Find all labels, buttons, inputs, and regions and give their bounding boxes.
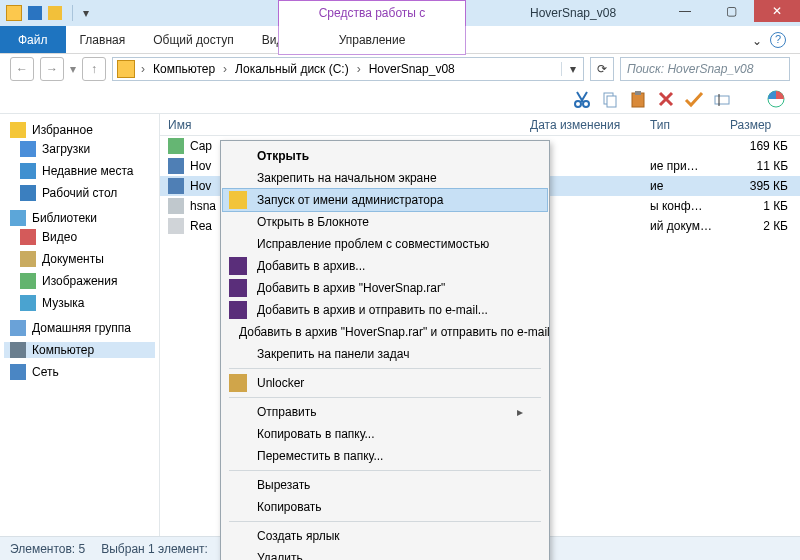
- star-icon: [10, 122, 26, 138]
- recent-icon: [20, 163, 36, 179]
- nav-computer[interactable]: Компьютер: [4, 342, 155, 358]
- status-count: Элементов: 5: [10, 542, 85, 556]
- app-file-icon: [168, 158, 184, 174]
- nav-homegroup[interactable]: Домашняя группа: [4, 320, 155, 336]
- nav-pictures[interactable]: Изображения: [4, 270, 155, 292]
- svg-rect-5: [635, 91, 641, 95]
- menu-send-to[interactable]: Отправить▸: [223, 401, 547, 423]
- menu-copy-to[interactable]: Копировать в папку...: [223, 423, 547, 445]
- close-button[interactable]: ✕: [754, 0, 800, 22]
- nav-favorites[interactable]: Избранное: [4, 122, 155, 138]
- column-name[interactable]: Имя: [160, 118, 530, 132]
- menu-delete[interactable]: Удалить: [223, 547, 547, 560]
- delete-icon[interactable]: [656, 89, 676, 109]
- svg-point-1: [583, 101, 589, 107]
- minimize-button[interactable]: —: [662, 0, 708, 22]
- address-bar: ← → ▾ ↑ › Компьютер › Локальный диск (C:…: [0, 54, 800, 84]
- qat-properties-icon[interactable]: [28, 6, 42, 20]
- paste-icon[interactable]: [628, 89, 648, 109]
- menu-add-archive-email[interactable]: Добавить в архив и отправить по e-mail..…: [223, 299, 547, 321]
- folder-icon: [117, 60, 135, 78]
- unlocker-icon: [229, 374, 247, 392]
- music-icon: [20, 295, 36, 311]
- desktop-icon: [20, 185, 36, 201]
- downloads-icon: [20, 141, 36, 157]
- cut-icon[interactable]: [572, 89, 592, 109]
- menu-run-admin[interactable]: Запуск от имени администратора: [223, 189, 547, 211]
- qat-dropdown-icon[interactable]: ▾: [83, 6, 89, 20]
- nav-videos[interactable]: Видео: [4, 226, 155, 248]
- menu-unlocker[interactable]: Unlocker: [223, 372, 547, 394]
- menu-separator: [229, 470, 541, 471]
- nav-network[interactable]: Сеть: [4, 364, 155, 380]
- back-button[interactable]: ←: [10, 57, 34, 81]
- qat-newfolder-icon[interactable]: [48, 6, 62, 20]
- contextual-tab-header: Средства работы с приложениями: [278, 0, 466, 26]
- maximize-button[interactable]: ▢: [708, 0, 754, 22]
- column-size[interactable]: Размер: [730, 118, 800, 132]
- menu-add-archive[interactable]: Добавить в архив...: [223, 255, 547, 277]
- menu-copy[interactable]: Копировать: [223, 496, 547, 518]
- menu-move-to[interactable]: Переместить в папку...: [223, 445, 547, 467]
- column-type[interactable]: Тип: [650, 118, 730, 132]
- nav-music[interactable]: Музыка: [4, 292, 155, 314]
- crumb-folder[interactable]: HoverSnap_v08: [363, 58, 461, 80]
- menu-compat[interactable]: Исправление проблем с совместимостью: [223, 233, 547, 255]
- nav-documents[interactable]: Документы: [4, 248, 155, 270]
- window-title: HoverSnap_v08: [530, 0, 616, 26]
- ribbon-tabs: Файл Главная Общий доступ Вид Управление…: [0, 26, 800, 54]
- menu-pin-taskbar[interactable]: Закрепить на панели задач: [223, 343, 547, 365]
- ribbon-collapse-icon[interactable]: ⌄: [752, 34, 762, 48]
- nav-libraries[interactable]: Библиотеки: [4, 210, 155, 226]
- confirm-icon[interactable]: [684, 89, 704, 109]
- crumb-computer[interactable]: Компьютер: [147, 58, 221, 80]
- ribbon-tab-home[interactable]: Главная: [66, 26, 140, 53]
- refresh-button[interactable]: ⟳: [590, 57, 614, 81]
- search-input[interactable]: Поиск: HoverSnap_v08: [620, 57, 790, 81]
- crumb-drive[interactable]: Локальный диск (C:): [229, 58, 355, 80]
- menu-add-archive-named[interactable]: Добавить в архив "HoverSnap.rar": [223, 277, 547, 299]
- toolbar: [0, 84, 800, 114]
- up-button[interactable]: ↑: [82, 57, 106, 81]
- ribbon-tab-share[interactable]: Общий доступ: [139, 26, 248, 53]
- image-file-icon: [168, 138, 184, 154]
- video-icon: [20, 229, 36, 245]
- winrar-icon: [229, 279, 247, 297]
- shield-icon: [229, 191, 247, 209]
- menu-add-archive-named-email[interactable]: Добавить в архив "HoverSnap.rar" и отпра…: [223, 321, 547, 343]
- menu-separator: [229, 521, 541, 522]
- options-icon[interactable]: [766, 89, 786, 109]
- chevron-right-icon: ▸: [517, 405, 523, 419]
- context-menu: Открыть Закрепить на начальном экране За…: [220, 140, 550, 560]
- copy-icon[interactable]: [600, 89, 620, 109]
- forward-button[interactable]: →: [40, 57, 64, 81]
- menu-pin-start[interactable]: Закрепить на начальном экране: [223, 167, 547, 189]
- document-icon: [20, 251, 36, 267]
- history-dropdown-icon[interactable]: ▾: [70, 62, 76, 76]
- rename-icon[interactable]: [712, 89, 732, 109]
- winrar-icon: [229, 257, 247, 275]
- pictures-icon: [20, 273, 36, 289]
- menu-shortcut[interactable]: Создать ярлык: [223, 525, 547, 547]
- nav-downloads[interactable]: Загрузки: [4, 138, 155, 160]
- help-icon[interactable]: ?: [770, 32, 786, 48]
- homegroup-icon: [10, 320, 26, 336]
- svg-rect-6: [715, 96, 729, 104]
- menu-open[interactable]: Открыть: [223, 145, 547, 167]
- breadcrumb[interactable]: › Компьютер › Локальный диск (C:) › Hove…: [112, 57, 584, 81]
- path-dropdown-icon[interactable]: ▾: [561, 62, 583, 76]
- status-selection: Выбран 1 элемент:: [101, 542, 208, 556]
- menu-separator: [229, 397, 541, 398]
- libraries-icon: [10, 210, 26, 226]
- computer-icon: [10, 342, 26, 358]
- nav-desktop[interactable]: Рабочий стол: [4, 182, 155, 204]
- svg-rect-4: [632, 93, 644, 107]
- ribbon-tab-manage[interactable]: Управление: [278, 26, 466, 55]
- menu-open-notepad[interactable]: Открыть в Блокноте: [223, 211, 547, 233]
- column-date[interactable]: Дата изменения: [530, 118, 650, 132]
- menu-separator: [229, 368, 541, 369]
- menu-cut[interactable]: Вырезать: [223, 474, 547, 496]
- nav-recent[interactable]: Недавние места: [4, 160, 155, 182]
- ribbon-file-tab[interactable]: Файл: [0, 26, 66, 53]
- navigation-pane: Избранное Загрузки Недавние места Рабочи…: [0, 114, 160, 546]
